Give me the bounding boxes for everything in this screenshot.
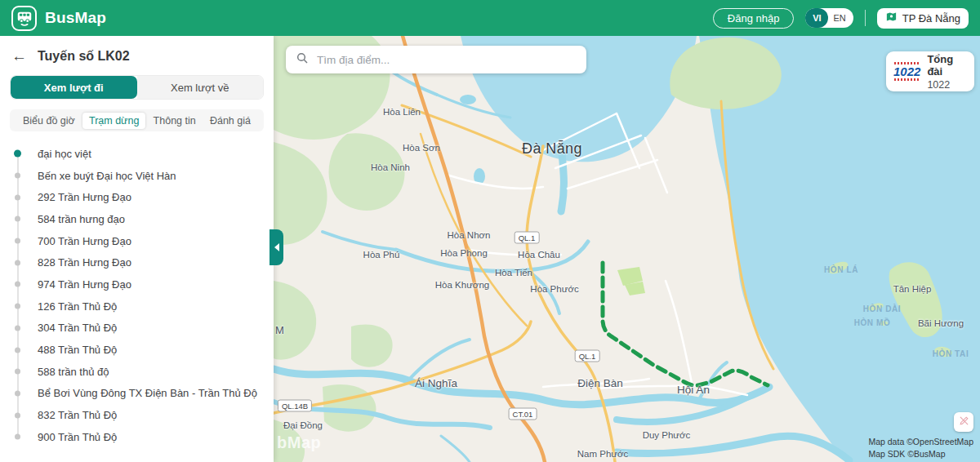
map-place-label: HÒN DÀI (863, 304, 901, 313)
map-place-label: Hòa Liên (383, 107, 421, 117)
pencil-slash-icon (959, 415, 969, 429)
stop-list-item[interactable]: Bể Bơi Vùng Đông TX Điện Bàn - Trần Thủ … (0, 383, 274, 405)
app-header: BusMap Đăng nhập VI EN TP Đà Nẵng (0, 0, 980, 36)
map-place-label: Hội An (677, 384, 710, 396)
section-tab[interactable]: Đánh giá (203, 113, 257, 129)
map-place-label: Hòa Châu (518, 250, 560, 260)
map-place-label: Ái Nghĩa (415, 377, 457, 389)
road-badge: QL.1 (575, 350, 600, 362)
map-place-label: Hòa Phong (440, 248, 488, 258)
search-icon (296, 51, 309, 68)
language-en[interactable]: EN (833, 13, 845, 23)
map-place-label: Hòa Phước (530, 284, 578, 294)
city-selector-label: TP Đà Nẵng (902, 12, 960, 24)
brand-name: BusMap (45, 9, 106, 27)
stop-list-item[interactable]: 584 trần hưng đạo (0, 208, 274, 230)
map-place-label: Hòa Phú (363, 250, 400, 260)
stop-list-item[interactable]: 292 Trần Hưng Đạo (0, 186, 274, 208)
map-place-label: Bãi Hương (918, 318, 964, 328)
hotline-1022-logo: 1022 (893, 61, 920, 82)
hotline-number: 1022 (927, 79, 967, 91)
map-attribution: Map data ©OpenStreetMapMap SDK ©BusMap (868, 436, 973, 460)
map-search-bar (286, 46, 586, 73)
city-selector-button[interactable]: TP Đà Nẵng (877, 8, 969, 29)
map-place-label: Hòa Ninh (371, 162, 410, 172)
city-map-icon (885, 11, 898, 25)
map-place-label: Nam Phước (577, 449, 629, 459)
direction-tabs: Xem lượt điXem lượt về (10, 75, 264, 100)
map-canvas[interactable]: Hòa LiênHòa SơnHòa NinhĐà NẵngHòa NhơnHò… (274, 36, 980, 462)
search-input[interactable] (317, 54, 577, 66)
map-place-label: Đà Nẵng (522, 140, 582, 158)
route-sidebar: ← Tuyến số LK02 Xem lượt điXem lượt về B… (0, 36, 274, 462)
chevron-left-icon (274, 243, 279, 251)
map-place-label: Hòa Sơn (403, 143, 440, 153)
map-sdk-watermark: bMap (277, 433, 321, 452)
stop-list-item[interactable]: 832 Trần Thủ Độ (0, 404, 274, 426)
map-place-label: Đại Đồng (283, 420, 323, 430)
stop-list-item[interactable]: 126 Trần Thủ Độ (0, 295, 274, 318)
stop-list: đại học việtBến xe buýt Đại học Việt Hàn… (0, 143, 274, 448)
section-tabs: Biểu đồ giờTrạm dừngThông tinĐánh giá (10, 109, 264, 131)
hotline-title: Tổng đài (927, 53, 967, 78)
section-tab[interactable]: Trạm dừng (82, 113, 145, 129)
hotline-card[interactable]: 1022 Tổng đài 1022 (886, 51, 974, 91)
stop-list-item[interactable]: 488 Trần Thủ Độ (0, 339, 274, 361)
stop-list-item[interactable]: 304 Trần Thủ Độ (0, 318, 274, 340)
stop-list-item[interactable]: 700 Trần Hưng Đạo (0, 230, 274, 252)
stop-list-item[interactable]: 900 Trần Thủ Độ (0, 426, 274, 448)
road-badge: QL.1 (514, 232, 540, 244)
map-place-label: HÒN TAI (933, 349, 969, 358)
map-place-label: Tân Hiệp (893, 284, 932, 294)
map-place-label: Hòa Nhơn (448, 230, 491, 240)
section-tab[interactable]: Biểu đồ giờ (16, 113, 82, 129)
map-place-label: Hòa Khương (435, 280, 489, 290)
stop-list-item[interactable]: Bến xe buýt Đại học Việt Hàn (0, 165, 274, 187)
attribution-line: Map data ©OpenStreetMap (868, 436, 973, 448)
direction-tab[interactable]: Xem lượt về (137, 76, 264, 99)
map-place-label: HÒN MỒ (854, 318, 891, 327)
route-title: Tuyến số LK02 (38, 49, 130, 64)
back-arrow-icon[interactable]: ← (11, 49, 27, 64)
header-separator (865, 10, 866, 26)
map-place-label: Điện Bàn (577, 377, 623, 389)
stop-list-item[interactable]: 828 Trần Hưng Đạo (0, 251, 274, 273)
stop-list-item[interactable]: 974 Trần Hưng Đạo (0, 273, 274, 295)
map-feedback-button[interactable] (954, 412, 973, 432)
sidebar-collapse-button[interactable] (270, 229, 283, 265)
map-place-label: HÒN LÁ (824, 265, 858, 274)
stop-list-item[interactable]: đại học việt (0, 143, 274, 165)
basemap-art (274, 36, 980, 462)
language-toggle[interactable]: VI EN (805, 8, 853, 28)
busmap-logo-icon[interactable] (11, 6, 37, 31)
map-place-label: M (275, 324, 284, 336)
map-place-label: Duy Phước (643, 430, 691, 440)
section-tab[interactable]: Thông tin (147, 113, 203, 129)
attribution-line: Map SDK ©BusMap (868, 448, 973, 460)
stop-list-item[interactable]: 588 trần thủ độ (0, 361, 274, 383)
road-badge: QL.14B (278, 400, 312, 412)
map-place-label: Hòa Tiến (495, 268, 532, 278)
login-button[interactable]: Đăng nhập (713, 8, 795, 29)
direction-tab[interactable]: Xem lượt đi (11, 76, 137, 99)
road-badge: CT.01 (509, 408, 537, 420)
language-vi[interactable]: VI (805, 8, 828, 28)
